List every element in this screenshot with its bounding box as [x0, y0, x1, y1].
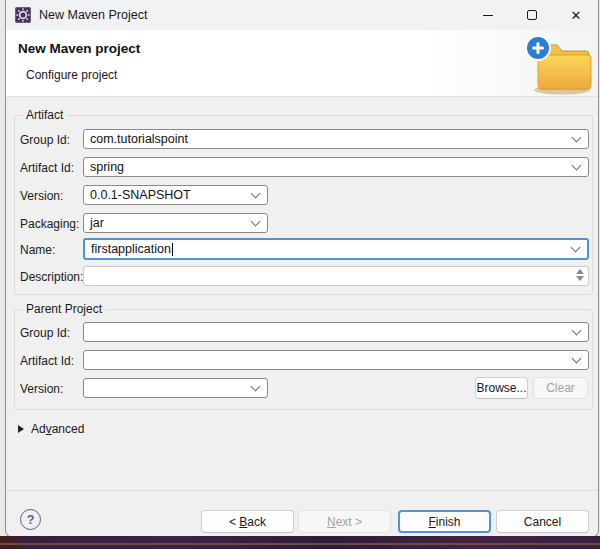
chevron-down-icon[interactable] — [251, 189, 261, 199]
collapsed-arrow-icon — [18, 425, 24, 433]
footer-separator — [6, 490, 598, 491]
minimize-button[interactable] — [466, 0, 510, 30]
parent-artifact-id-label: Artifact Id: — [20, 354, 74, 368]
chevron-down-icon[interactable] — [572, 354, 582, 364]
back-button[interactable]: < Back — [201, 510, 294, 533]
cancel-button[interactable]: Cancel — [496, 510, 589, 533]
description-scroll-spinner — [576, 269, 584, 281]
chevron-down-icon[interactable] — [572, 133, 582, 143]
name-value: firstapplication — [91, 242, 171, 256]
desktop-background-strip — [0, 536, 600, 549]
parent-version-combo[interactable] — [83, 378, 268, 398]
question-mark-icon: ? — [27, 513, 35, 527]
parent-group-id-combo[interactable] — [83, 322, 589, 342]
maximize-button[interactable] — [510, 0, 554, 30]
version-value: 0.0.1-SNAPSHOT — [90, 188, 191, 202]
packaging-label: Packaging: — [20, 217, 79, 231]
next-button[interactable]: Next > — [298, 510, 391, 533]
scroll-down-icon[interactable] — [576, 276, 584, 281]
advanced-label: Advanced — [31, 422, 84, 436]
minimize-icon — [483, 15, 493, 16]
wizard-header: New Maven project Configure project — [6, 30, 598, 97]
finish-button[interactable]: Finish — [398, 510, 491, 533]
name-combo[interactable]: firstapplication — [83, 238, 589, 260]
caption-buttons: ✕ — [466, 0, 598, 30]
chevron-down-icon[interactable] — [572, 161, 582, 171]
chevron-down-icon[interactable] — [251, 217, 261, 227]
maven-app-icon — [15, 7, 31, 23]
version-label: Version: — [20, 189, 63, 203]
maximize-icon — [527, 10, 537, 20]
packaging-value: jar — [90, 216, 104, 230]
packaging-combo[interactable]: jar — [83, 213, 268, 233]
scroll-up-icon[interactable] — [576, 269, 584, 274]
parent-version-label: Version: — [20, 382, 63, 396]
clear-button[interactable]: Clear — [533, 377, 588, 399]
artifact-id-combo[interactable]: spring — [83, 157, 589, 177]
chevron-down-icon[interactable] — [251, 382, 261, 392]
close-icon: ✕ — [571, 9, 582, 22]
new-maven-project-dialog: New Maven Project ✕ New Maven project Co… — [5, 0, 599, 538]
text-caret — [172, 243, 173, 256]
artifact-group-legend: Artifact — [22, 108, 67, 122]
wizard-subtitle: Configure project — [26, 68, 117, 82]
close-button[interactable]: ✕ — [554, 0, 598, 30]
new-project-folder-icon — [524, 34, 592, 96]
artifact-id-label: Artifact Id: — [20, 161, 74, 175]
parent-group-id-label: Group Id: — [20, 326, 70, 340]
description-label: Description: — [20, 270, 83, 284]
title-bar[interactable]: New Maven Project ✕ — [6, 0, 598, 30]
group-id-combo[interactable]: com.tutorialspoint — [83, 129, 589, 149]
group-id-label: Group Id: — [20, 133, 70, 147]
parent-artifact-id-combo[interactable] — [83, 350, 589, 370]
group-id-value: com.tutorialspoint — [90, 132, 188, 146]
description-field[interactable] — [83, 266, 589, 286]
artifact-id-value: spring — [90, 160, 124, 174]
wizard-title: New Maven project — [18, 41, 140, 56]
version-combo[interactable]: 0.0.1-SNAPSHOT — [83, 185, 268, 205]
chevron-down-icon[interactable] — [572, 326, 582, 336]
parent-project-legend: Parent Project — [22, 302, 106, 316]
window-title: New Maven Project — [39, 8, 147, 22]
chevron-down-icon[interactable] — [571, 243, 581, 253]
browse-button[interactable]: Browse... — [475, 377, 528, 399]
help-button[interactable]: ? — [20, 509, 41, 530]
advanced-toggle[interactable]: Advanced — [18, 422, 84, 436]
name-label: Name: — [20, 243, 55, 257]
